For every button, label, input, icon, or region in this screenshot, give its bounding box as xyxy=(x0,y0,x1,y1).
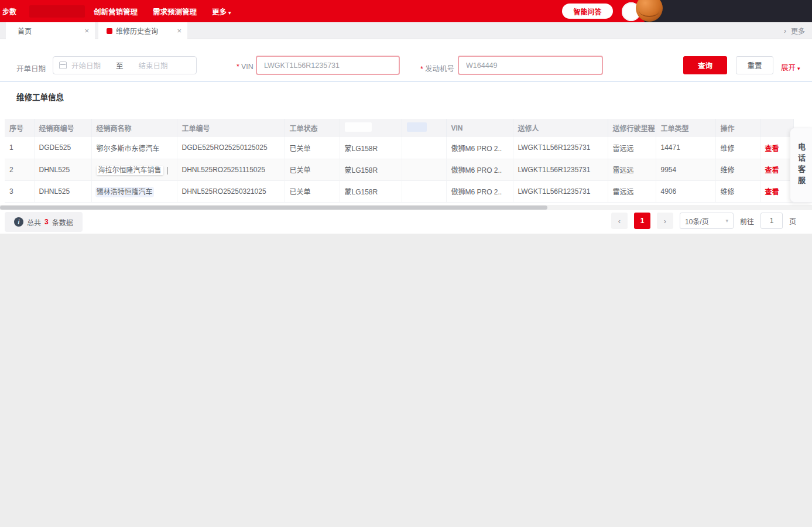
col-vin: VIN xyxy=(446,119,513,137)
expand-link[interactable]: 展开▾ xyxy=(781,61,800,73)
scrollbar-thumb[interactable] xyxy=(0,206,547,210)
customer-service-label: 电话客服 xyxy=(796,143,807,187)
query-button[interactable]: 查询 xyxy=(683,56,727,74)
top-navbar: 步数 创新营销管理 需求预测管理 更多▾ 智能问答 xyxy=(0,0,812,22)
col-status: 工单状态 xyxy=(285,119,340,137)
washed-header-chip-blue xyxy=(407,122,427,132)
cell-model: 傲狮M6 PRO 2.. xyxy=(446,159,513,180)
cell-sender: 雷远远 xyxy=(608,180,656,202)
brand-logo xyxy=(29,5,85,18)
tab-repair-history-label: 维修历史查询 xyxy=(116,26,172,36)
overlay-window-corner xyxy=(642,0,812,23)
total-prefix: 总共 xyxy=(27,217,41,227)
cell-order-type: 维修 xyxy=(715,159,760,180)
cell-vin: LWGKT1L56R1235731 xyxy=(513,180,608,202)
table-row[interactable]: 1 DGDE525 鄂尔多斯市东德汽车 DGDE525RO25250125025… xyxy=(5,137,793,159)
engine-label-text: 发动机号 xyxy=(425,65,454,73)
close-icon[interactable]: × xyxy=(177,26,181,35)
text-cursor xyxy=(167,167,167,174)
caret-down-icon: ▾ xyxy=(797,66,800,71)
work-order-table: 序号 经销商编号 经销商名称 工单编号 工单状态 VIN 送修人 送修行驶里程 … xyxy=(5,119,794,203)
engine-no-input[interactable] xyxy=(458,56,603,75)
cell-order-type: 维修 xyxy=(715,180,760,202)
menu-item-forecast[interactable]: 需求预测管理 xyxy=(153,6,197,17)
view-link[interactable]: 查看 xyxy=(765,145,779,153)
total-suffix: 条数据 xyxy=(52,217,73,227)
view-link[interactable]: 查看 xyxy=(765,188,779,196)
tab-more-label: 更多 xyxy=(791,26,805,36)
col-sender: 送修人 xyxy=(513,119,608,137)
active-tab-dot-icon xyxy=(107,28,112,34)
goto-page-input[interactable] xyxy=(760,213,783,229)
menu-item-marketing[interactable]: 创新营销管理 xyxy=(94,6,138,17)
caret-down-icon: ▾ xyxy=(228,10,231,16)
cell-empty xyxy=(402,137,446,159)
cell-action: 查看 xyxy=(760,137,793,159)
goto-suffix: 页 xyxy=(789,216,796,226)
cell-plate: 蒙LG158R xyxy=(340,137,402,159)
menu-item-more[interactable]: 更多▾ xyxy=(212,6,231,17)
cell-seq: 1 xyxy=(5,137,34,159)
calendar-icon xyxy=(59,61,67,69)
engine-no-label: *发动机号 xyxy=(420,63,454,74)
tab-overflow-control[interactable]: › 更多 xyxy=(784,26,805,36)
tab-home[interactable]: 首页 × xyxy=(6,22,95,39)
dealer-name-selected: 锡林浩特恒隆汽车 xyxy=(97,188,153,196)
cell-status: 已关单 xyxy=(285,137,340,159)
table-header-row: 序号 经销商编号 经销商名称 工单编号 工单状态 VIN 送修人 送修行驶里程 … xyxy=(5,119,793,137)
cell-order-no: DGDE525RO25250125025 xyxy=(177,137,285,159)
qa-pill-button[interactable]: 智能问答 xyxy=(562,4,613,19)
cell-seq: 3 xyxy=(5,180,34,202)
col-model-washed xyxy=(402,119,446,137)
dealer-name-editing: 海拉尔恒隆汽车销售 xyxy=(97,166,163,175)
tab-bar: 首页 × 维修历史查询 × › 更多 xyxy=(0,22,812,39)
cell-mileage: 4906 xyxy=(656,180,715,202)
cell-plate: 蒙LG158R xyxy=(340,180,402,202)
next-page-button[interactable]: › xyxy=(657,213,673,229)
vin-input[interactable] xyxy=(256,56,400,75)
cell-order-no: DHNL525RO25250321025 xyxy=(177,180,285,202)
pagination: ‹ 1 › 10条/页 ▾ 前往 页 xyxy=(611,213,796,229)
vin-label-text: VIN xyxy=(241,63,253,71)
page: 步数 创新营销管理 需求预测管理 更多▾ 智能问答 首页 × 维修历史查询 × … xyxy=(0,0,812,527)
cell-sender: 雷远远 xyxy=(608,137,656,159)
cell-model: 傲狮M6 PRO 2.. xyxy=(446,137,513,159)
cell-mileage: 9954 xyxy=(656,159,715,180)
info-icon: i xyxy=(14,217,23,227)
cell-mileage: 14471 xyxy=(656,137,715,159)
caret-down-icon: ▾ xyxy=(725,218,728,224)
cell-dealer-no: DHNL525 xyxy=(34,180,91,202)
section-title: 维修工单信息 xyxy=(16,91,64,102)
required-asterisk: * xyxy=(237,63,239,71)
prev-page-button[interactable]: ‹ xyxy=(611,213,628,229)
cell-empty xyxy=(402,159,446,180)
page-size-select[interactable]: 10条/页 ▾ xyxy=(680,213,734,229)
horizontal-scrollbar[interactable] xyxy=(0,205,812,210)
date-range-input[interactable]: 开始日期 至 结束日期 xyxy=(53,56,197,74)
table-row[interactable]: 3 DHNL525 锡林浩特恒隆汽车 DHNL525RO25250321025 … xyxy=(5,180,793,202)
tab-repair-history[interactable]: 维修历史查询 × xyxy=(98,22,187,39)
cell-action: 查看 xyxy=(760,159,793,180)
col-action: 操作 xyxy=(715,119,760,137)
cell-dealer-name: 海拉尔恒隆汽车销售 xyxy=(91,159,177,180)
col-seq: 序号 xyxy=(5,119,34,137)
col-order-no: 工单编号 xyxy=(177,119,285,137)
current-page-button[interactable]: 1 xyxy=(634,213,650,229)
col-order-type: 工单类型 xyxy=(656,119,715,137)
close-icon[interactable]: × xyxy=(84,26,89,35)
cell-order-type: 维修 xyxy=(715,137,760,159)
reset-button[interactable]: 重置 xyxy=(736,56,773,74)
customer-service-float-tab[interactable]: 电话客服 xyxy=(790,128,812,203)
cell-empty xyxy=(402,180,446,202)
goto-prefix: 前往 xyxy=(740,216,754,226)
required-asterisk: * xyxy=(420,65,423,73)
main-menu: 创新营销管理 需求预测管理 更多▾ xyxy=(94,0,231,22)
cell-status: 已关单 xyxy=(285,159,340,180)
open-date-label: 开单日期 xyxy=(16,63,46,74)
nav-left-fragment: 步数 xyxy=(2,6,16,16)
cell-dealer-no: DGDE525 xyxy=(34,137,91,159)
vin-label: *VIN xyxy=(237,63,253,71)
view-link[interactable]: 查看 xyxy=(765,166,779,174)
table-row[interactable]: 2 DHNL525 海拉尔恒隆汽车销售 DHNL525RO25251115025… xyxy=(5,159,793,180)
chevrons-right-icon: › xyxy=(784,27,786,35)
